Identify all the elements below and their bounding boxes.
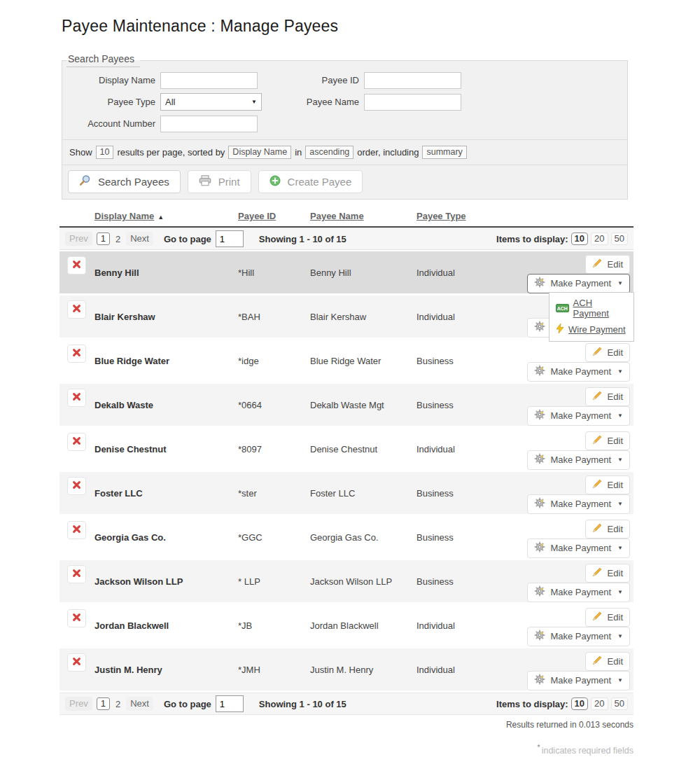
results-text: results per page, sorted by [117,147,225,158]
edit-button[interactable]: Edit [585,343,630,362]
table-row: Jackson Wilson LLP * LLP Jackson Wilson … [59,560,634,602]
ach-payment-link[interactable]: ACH Payment [573,298,629,319]
page-2-button[interactable]: 2 [114,699,122,709]
delete-payee-button[interactable] [67,653,86,672]
sort-header-payee-name[interactable]: Payee Name [310,211,364,221]
showing-range-text: Showing 1 - 10 of 15 [259,699,346,709]
delete-x-icon [72,613,81,624]
create-payee-button[interactable]: Create Payee [258,170,363,193]
make-payment-button[interactable]: Make Payment ▼ [527,450,630,470]
make-payment-button[interactable]: Make Payment ▼ [527,583,630,602]
page-title: Payee Maintenance : Manage Payees [62,17,634,36]
items-20-button[interactable]: 20 [591,697,608,710]
table-row: Blue Ridge Water *idge Blue Ridge Water … [59,340,634,382]
gear-icon [534,585,545,599]
items-10-button[interactable]: 10 [571,697,588,710]
search-payees-button[interactable]: Search Payees [68,170,181,193]
page-2-button[interactable]: 2 [114,234,122,244]
delete-payee-button[interactable] [67,256,86,275]
create-payee-label: Create Payee [288,176,352,188]
delete-payee-button[interactable] [67,389,86,407]
gear-icon [534,630,545,643]
page-1-button[interactable]: 1 [97,697,110,710]
payee-type-select[interactable]: All ▼ [160,93,262,111]
make-payment-label: Make Payment [550,631,611,641]
items-50-button[interactable]: 50 [611,232,628,245]
make-payment-button[interactable]: Make Payment ▼ [527,627,630,646]
delete-x-icon [72,260,81,271]
gear-icon [534,409,545,422]
delete-payee-button[interactable] [67,477,86,495]
prev-page-button[interactable]: Prev [65,232,92,246]
payee-name-input[interactable] [364,94,461,111]
edit-button[interactable]: Edit [585,520,630,539]
pencil-icon [592,522,603,535]
make-payment-button[interactable]: Make Payment ▼ [527,539,630,558]
detail-level-option[interactable]: summary [422,146,466,159]
gear-icon [534,277,545,290]
make-payment-button[interactable]: Make Payment ▼ [527,274,630,293]
items-10-button[interactable]: 10 [571,232,588,245]
items-20-button[interactable]: 20 [591,232,608,245]
delete-payee-button[interactable] [67,609,86,627]
payee-id: *JB [238,620,310,631]
sort-field-option[interactable]: Display Name [228,146,291,159]
make-payment-button[interactable]: Make Payment ▼ [527,362,630,382]
delete-payee-button[interactable] [67,300,86,319]
delete-x-icon [72,304,81,315]
account-number-input[interactable] [160,116,258,132]
gear-icon [534,674,545,687]
delete-x-icon [72,392,81,403]
payee-id: *idge [238,356,310,366]
payee-name-label: Payee Name [262,97,364,107]
edit-button[interactable]: Edit [585,608,630,627]
payee-id-input[interactable] [364,72,461,89]
sort-header-payee-id[interactable]: Payee ID [238,211,276,221]
edit-label: Edit [608,480,623,490]
sort-header-payee-type[interactable]: Payee Type [416,211,466,221]
delete-payee-button[interactable] [67,433,86,451]
make-payment-button[interactable]: Make Payment ▼ [527,406,630,426]
items-50-button[interactable]: 50 [611,697,628,710]
make-payment-button[interactable]: Make Payment ▼ [527,671,630,690]
sort-header-display-name[interactable]: Display Name [94,211,154,221]
required-fields-note: *indicates required fields [59,744,634,756]
print-button[interactable]: Print [188,170,251,193]
payee-display-name: Dekalb Waste [94,400,238,410]
payee-id: *BAH [238,312,310,322]
prev-page-button[interactable]: Prev [65,697,92,711]
next-page-button[interactable]: Next [126,697,153,711]
go-to-page-label: Go to page [164,699,211,709]
payee-display-name: Jordan Blackwell [94,620,238,631]
edit-button[interactable]: Edit [585,475,630,494]
sort-order-option[interactable]: ascending [305,146,354,159]
edit-button[interactable]: Edit [585,431,630,450]
edit-button[interactable]: Edit [585,564,630,583]
per-page-option[interactable]: 10 [96,146,114,159]
delete-payee-button[interactable] [67,521,86,539]
gear-icon [534,321,545,334]
payee-type-label: Payee Type [62,97,160,107]
next-page-button[interactable]: Next [126,232,153,246]
payee-name: Justin M. Henry [310,665,416,675]
go-to-page-input[interactable] [216,230,244,247]
delete-payee-button[interactable] [67,565,86,583]
go-to-page-input[interactable] [216,695,244,712]
make-payment-button[interactable]: Make Payment ▼ [527,494,630,514]
edit-button[interactable]: Edit [585,255,630,274]
payee-display-name: Blair Kershaw [94,312,238,322]
delete-payee-button[interactable] [67,345,86,363]
edit-button[interactable]: Edit [585,387,630,406]
chevron-down-icon: ▼ [617,280,623,286]
wire-payment-link[interactable]: Wire Payment [568,324,626,335]
page-1-button[interactable]: 1 [97,232,110,245]
edit-button[interactable]: Edit [585,652,630,671]
display-name-input[interactable] [160,72,258,89]
items-to-display-label: Items to display: [496,234,568,244]
payee-type: Business [416,576,518,587]
search-payees-panel: Search Payees Display Name Payee ID Paye… [62,53,628,200]
payee-type: Business [416,356,518,366]
payee-id-label: Payee ID [258,75,364,85]
chevron-down-icon: ▼ [617,589,623,595]
payee-display-name: Foster LLC [94,488,238,499]
